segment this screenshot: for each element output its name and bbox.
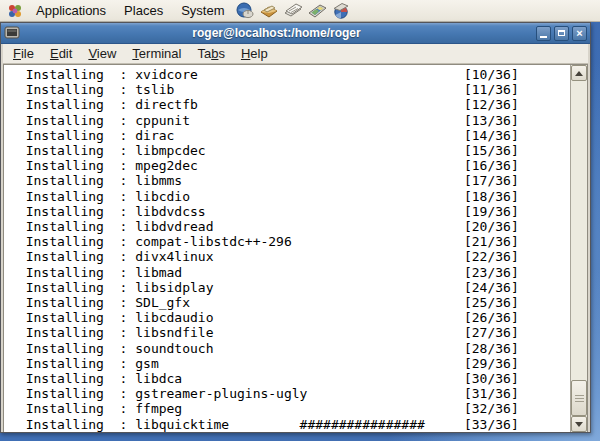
terminal-line: Installing : divx4linux [22/36] (10, 249, 570, 264)
globe-chart-launcher-icon[interactable] (330, 1, 352, 21)
menu-file[interactable]: File (5, 45, 42, 63)
scroll-down-button[interactable] (571, 416, 587, 432)
thumb-grip (575, 398, 584, 399)
distro-flower-logo-icon[interactable] (4, 1, 26, 21)
terminal-line: Installing : tslib [11/36] (10, 82, 570, 97)
terminal-line: Installing : libmms [17/36] (10, 173, 570, 188)
menu-tabs[interactable]: Tabs (189, 45, 232, 63)
terminal-line: Installing : compat-libstdc++-296 [21/36… (10, 234, 570, 249)
terminal-line: Installing : libdvdcss [19/36] (10, 204, 570, 219)
menu-view[interactable]: View (80, 45, 124, 63)
maximize-icon (558, 30, 565, 36)
window-title: roger@localhost:/home/roger (20, 26, 533, 40)
email-launcher-icon[interactable] (258, 1, 280, 21)
terminal-line: Installing : directfb [12/36] (10, 97, 570, 112)
terminal-line: Installing : soundtouch [28/36] (10, 341, 570, 356)
window-titlebar[interactable]: roger@localhost:/home/roger × (1, 23, 590, 44)
terminal-line: Installing : libmad [23/36] (10, 265, 570, 280)
terminal-line: Installing : gstreamer-plugins-ugly [31/… (10, 386, 570, 401)
terminal-line: Installing : libmpcdec [15/36] (10, 143, 570, 158)
terminal-line: Installing : mpeg2dec [16/36] (10, 158, 570, 173)
menu-edit[interactable]: Edit (42, 45, 80, 63)
terminal-line: Installing : libquicktime ##############… (10, 417, 570, 432)
terminal-line: Installing : libcdaudio [26/36] (10, 310, 570, 325)
menu-terminal[interactable]: Terminal (124, 45, 189, 63)
terminal-line: Installing : libdvdread [20/36] (10, 219, 570, 234)
terminal-line: Installing : dirac [14/36] (10, 128, 570, 143)
documents-launcher-icon[interactable] (282, 1, 304, 21)
terminal-line: Installing : xvidcore [10/36] (10, 67, 570, 82)
scrollbar-thumb[interactable] (571, 380, 587, 416)
terminal-line: Installing : gsm [29/36] (10, 356, 570, 371)
scrollbar-track[interactable] (571, 81, 587, 416)
arrow-up-icon (575, 71, 583, 76)
arrow-down-icon (575, 422, 583, 427)
terminal-viewport: Installing : xvidcore [10/36] Installing… (3, 64, 588, 432)
menu-help[interactable]: Help (233, 45, 276, 63)
scroll-up-button[interactable] (571, 65, 587, 81)
terminal-line: Installing : SDL_gfx [25/36] (10, 295, 570, 310)
gnome-top-panel: Applications Places System (0, 0, 600, 22)
terminal-line: Installing : libsidplay [24/36] (10, 280, 570, 295)
vertical-scrollbar[interactable] (570, 65, 587, 432)
terminal-icon (4, 26, 20, 40)
terminal-line: Installing : libsndfile [27/36] (10, 325, 570, 340)
terminal-menubar: FileEditViewTerminalTabsHelp (3, 44, 588, 64)
web-browser-launcher-icon[interactable] (234, 1, 256, 21)
terminal-line: Installing : cppunit [13/36] (10, 113, 570, 128)
window-frame: FileEditViewTerminalTabsHelp Installing … (3, 44, 588, 432)
minimize-button[interactable] (536, 26, 551, 41)
panel-menu-places[interactable]: Places (116, 1, 171, 21)
terminal-line: Installing : ffmpeg [32/36] (10, 401, 570, 416)
minimize-icon (540, 36, 547, 38)
close-button[interactable]: × (572, 26, 587, 41)
maximize-button[interactable] (554, 26, 569, 41)
thumb-grip (575, 395, 584, 396)
close-icon: × (576, 28, 582, 38)
thumb-grip (575, 401, 584, 402)
panel-menu-system[interactable]: System (173, 1, 232, 21)
terminal-line: Installing : libdca [30/36] (10, 371, 570, 386)
terminal-line: Installing : libcdio [18/36] (10, 189, 570, 204)
terminal-window: roger@localhost:/home/roger × FileEditVi… (0, 22, 591, 433)
display-launcher-icon[interactable] (306, 1, 328, 21)
panel-menu-applications[interactable]: Applications (28, 1, 114, 21)
terminal-screen[interactable]: Installing : xvidcore [10/36] Installing… (4, 65, 570, 432)
